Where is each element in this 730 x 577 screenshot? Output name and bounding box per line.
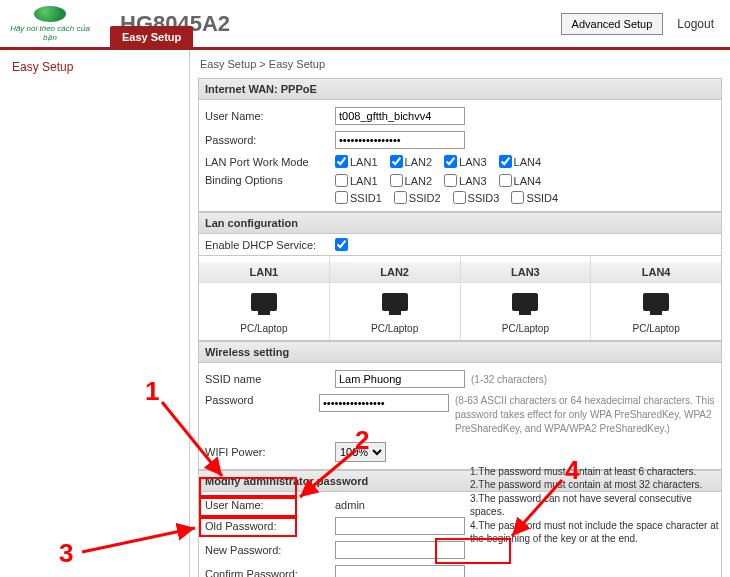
binding-lan-checkbox-lan3[interactable] bbox=[444, 174, 457, 187]
sidebar: Easy Setup bbox=[0, 50, 190, 577]
binding-ssid-ssid3[interactable]: SSID3 bbox=[453, 191, 500, 204]
lanport-lan2[interactable]: LAN2 bbox=[390, 155, 433, 168]
lanport-lan3[interactable]: LAN3 bbox=[444, 155, 487, 168]
old-pass-input[interactable] bbox=[335, 517, 465, 535]
password-rules: 1.The password must contain at least 6 c… bbox=[470, 465, 720, 546]
lanport-lan1[interactable]: LAN1 bbox=[335, 155, 378, 168]
admin-user-label: User Name: bbox=[205, 499, 335, 511]
binding-options-label: Binding Options bbox=[205, 174, 335, 186]
lanport-checkbox-lan3[interactable] bbox=[444, 155, 457, 168]
lan-col-lan1: LAN1PC/Laptop bbox=[199, 256, 330, 340]
lan-col-desc: PC/Laptop bbox=[330, 323, 460, 334]
lan-col-name: LAN1 bbox=[199, 262, 329, 283]
wan-username-label: User Name: bbox=[205, 110, 335, 122]
advanced-setup-button[interactable]: Advanced Setup bbox=[561, 13, 664, 35]
binding-ssid-checkbox-group: SSID1SSID2SSID3SSID4 bbox=[335, 191, 558, 204]
lan-col-lan4: LAN4PC/Laptop bbox=[591, 256, 721, 340]
lanport-checkbox-lan4[interactable] bbox=[499, 155, 512, 168]
binding-lan-lan2[interactable]: LAN2 bbox=[390, 174, 433, 187]
wan-password-label: Password: bbox=[205, 134, 335, 146]
binding-ssid-ssid1[interactable]: SSID1 bbox=[335, 191, 382, 204]
binding-ssid-ssid2[interactable]: SSID2 bbox=[394, 191, 441, 204]
ssid-label: SSID name bbox=[205, 373, 335, 385]
ethernet-port-icon bbox=[643, 293, 669, 311]
content-area: Easy Setup > Easy Setup Internet WAN: PP… bbox=[190, 50, 730, 577]
binding-lan-lan3[interactable]: LAN3 bbox=[444, 174, 487, 187]
binding-ssid-checkbox-ssid3[interactable] bbox=[453, 191, 466, 204]
viettel-globe-icon bbox=[34, 6, 66, 22]
ssid-input[interactable] bbox=[335, 370, 465, 388]
lan-col-desc: PC/Laptop bbox=[199, 323, 329, 334]
wifi-power-label: WIFI Power: bbox=[205, 446, 335, 458]
binding-lan-lan1[interactable]: LAN1 bbox=[335, 174, 378, 187]
ssid-hint: (1-32 characters) bbox=[471, 374, 547, 385]
ethernet-port-icon bbox=[512, 293, 538, 311]
wifi-pass-hint: (8-63 ASCII characters or 64 hexadecimal… bbox=[455, 394, 715, 436]
binding-ssid-checkbox-ssid2[interactable] bbox=[394, 191, 407, 204]
sidebar-item-easy-setup[interactable]: Easy Setup bbox=[0, 50, 189, 84]
wifi-pass-label: Password bbox=[205, 394, 319, 406]
lan-columns: LAN1PC/LaptopLAN2PC/LaptopLAN3PC/LaptopL… bbox=[198, 256, 722, 341]
binding-ssid-checkbox-ssid4[interactable] bbox=[511, 191, 524, 204]
wifi-pass-input[interactable] bbox=[319, 394, 449, 412]
lan-col-lan3: LAN3PC/Laptop bbox=[461, 256, 592, 340]
dhcp-label: Enable DHCP Service: bbox=[205, 239, 335, 251]
wifi-power-select[interactable]: 100% bbox=[335, 442, 386, 462]
binding-lan-lan4[interactable]: LAN4 bbox=[499, 174, 542, 187]
binding-ssid-ssid4[interactable]: SSID4 bbox=[511, 191, 558, 204]
lan-col-desc: PC/Laptop bbox=[461, 323, 591, 334]
confirm-pass-input[interactable] bbox=[335, 565, 465, 577]
lanport-lan4[interactable]: LAN4 bbox=[499, 155, 542, 168]
new-pass-input[interactable] bbox=[335, 541, 465, 559]
lan-port-mode-label: LAN Port Work Mode bbox=[205, 156, 335, 168]
old-pass-label: Old Password: bbox=[205, 520, 335, 532]
wireless-section-header: Wireless setting bbox=[198, 341, 722, 363]
logout-link[interactable]: Logout bbox=[677, 17, 714, 31]
lan-col-lan2: LAN2PC/Laptop bbox=[330, 256, 461, 340]
binding-lan-checkbox-lan4[interactable] bbox=[499, 174, 512, 187]
admin-user-value: admin bbox=[335, 499, 469, 511]
lanport-checkbox-lan2[interactable] bbox=[390, 155, 403, 168]
wan-password-input[interactable] bbox=[335, 131, 465, 149]
lan-section-header: Lan configuration bbox=[198, 212, 722, 234]
ethernet-port-icon bbox=[251, 293, 277, 311]
binding-lan-checkbox-lan1[interactable] bbox=[335, 174, 348, 187]
binding-ssid-checkbox-ssid1[interactable] bbox=[335, 191, 348, 204]
brand-logo: Hãy nói theo cách của bạn bbox=[0, 2, 100, 46]
lan-port-checkbox-group: LAN1LAN2LAN3LAN4 bbox=[335, 155, 541, 168]
binding-lan-checkbox-group: LAN1LAN2LAN3LAN4 bbox=[335, 174, 558, 187]
ethernet-port-icon bbox=[382, 293, 408, 311]
lanport-checkbox-lan1[interactable] bbox=[335, 155, 348, 168]
lan-col-name: LAN2 bbox=[330, 262, 460, 283]
new-pass-label: New Password: bbox=[205, 544, 335, 556]
lan-col-name: LAN3 bbox=[461, 262, 591, 283]
confirm-pass-label: Confirm Password: bbox=[205, 568, 335, 577]
lan-col-desc: PC/Laptop bbox=[591, 323, 721, 334]
tab-easy-setup[interactable]: Easy Setup bbox=[110, 26, 193, 48]
dhcp-checkbox[interactable] bbox=[335, 238, 348, 251]
binding-lan-checkbox-lan2[interactable] bbox=[390, 174, 403, 187]
wan-username-input[interactable] bbox=[335, 107, 465, 125]
lan-col-name: LAN4 bbox=[591, 262, 721, 283]
breadcrumb: Easy Setup > Easy Setup bbox=[190, 50, 730, 78]
brand-tagline: Hãy nói theo cách của bạn bbox=[6, 24, 94, 42]
wan-section-header: Internet WAN: PPPoE bbox=[198, 78, 722, 100]
